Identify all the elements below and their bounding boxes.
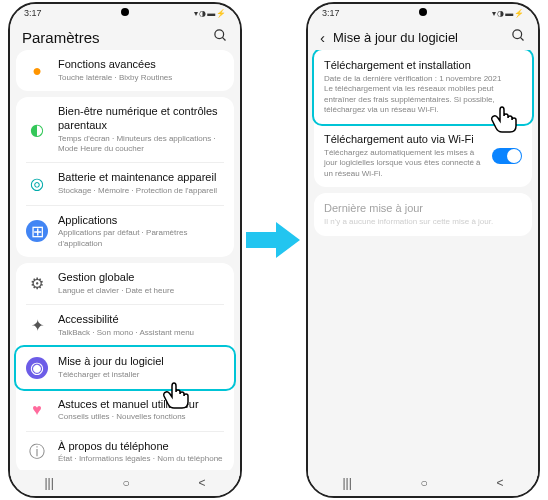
item-batterie[interactable]: ◎ Batterie et maintenance appareilStocka…	[16, 163, 234, 204]
status-time: 3:17	[322, 8, 340, 18]
item-mise-a-jour[interactable]: ◉ Mise à jour du logicielTélécharger et …	[14, 345, 236, 390]
page-title: Mise à jour du logiciel	[333, 30, 511, 45]
update-content: Téléchargement et installation Date de l…	[308, 50, 538, 484]
nav-recent[interactable]: |||	[44, 476, 53, 490]
wifi-toggle[interactable]	[492, 148, 522, 164]
nav-bar: ||| ○ <	[308, 470, 538, 496]
svg-point-2	[513, 30, 522, 39]
nav-bar: ||| ○ <	[10, 470, 240, 496]
camera-hole	[121, 8, 129, 16]
page-title: Paramètres	[22, 29, 213, 46]
status-time: 3:17	[24, 8, 42, 18]
svg-line-1	[222, 37, 225, 40]
nav-home[interactable]: ○	[123, 476, 130, 490]
wellbeing-icon: ◐	[26, 119, 48, 141]
svg-line-3	[520, 37, 523, 40]
nav-back[interactable]: <	[199, 476, 206, 490]
svg-point-0	[215, 30, 224, 39]
apps-icon: ⊞	[26, 220, 48, 242]
item-bien-etre[interactable]: ◐ Bien-être numérique et contrôles paren…	[16, 97, 234, 162]
item-a-propos[interactable]: ⓘ À propos du téléphoneÉtat · Informatio…	[16, 432, 234, 473]
tips-icon: ♥	[26, 399, 48, 421]
accessibility-icon: ✦	[26, 315, 48, 337]
update-header: ‹ Mise à jour du logiciel	[308, 22, 538, 50]
search-icon[interactable]	[511, 28, 526, 46]
item-astuces[interactable]: ♥ Astuces et manuel utilisateurConseils …	[16, 390, 234, 431]
nav-home[interactable]: ○	[421, 476, 428, 490]
advanced-icon: ●	[26, 60, 48, 82]
item-fonctions-avancees[interactable]: ● Fonctions avancéesTouche latérale · Bi…	[16, 50, 234, 91]
back-icon[interactable]: ‹	[320, 29, 325, 46]
settings-header: Paramètres	[10, 22, 240, 50]
camera-hole	[419, 8, 427, 16]
status-icons: ▾ ◑ ▬ ⚡	[492, 9, 524, 18]
item-gestion-globale[interactable]: ⚙ Gestion globaleLangue et clavier · Dat…	[16, 263, 234, 304]
settings-list: ● Fonctions avancéesTouche latérale · Bi…	[10, 50, 240, 484]
search-icon[interactable]	[213, 28, 228, 46]
phone-left: 3:17 ▾ ◑ ▬ ⚡ Paramètres ● Fonctions avan…	[8, 2, 242, 498]
update-icon: ◉	[26, 357, 48, 379]
item-accessibilite[interactable]: ✦ AccessibilitéTalkBack · Son mono · Ass…	[16, 305, 234, 346]
nav-back[interactable]: <	[497, 476, 504, 490]
general-icon: ⚙	[26, 273, 48, 295]
arrow-icon	[246, 220, 300, 260]
item-last-update: Dernière mise à jour Il n'y a aucune inf…	[314, 193, 532, 236]
battery-icon: ◎	[26, 173, 48, 195]
nav-recent[interactable]: |||	[342, 476, 351, 490]
item-auto-wifi[interactable]: Téléchargement auto via Wi-Fi Télécharge…	[314, 125, 532, 187]
about-icon: ⓘ	[26, 441, 48, 463]
status-icons: ▾ ◑ ▬ ⚡	[194, 9, 226, 18]
item-applications[interactable]: ⊞ ApplicationsApplications par défaut · …	[16, 206, 234, 258]
phone-right: 3:17 ▾ ◑ ▬ ⚡ ‹ Mise à jour du logiciel T…	[306, 2, 540, 498]
item-download-install[interactable]: Téléchargement et installation Date de l…	[312, 50, 534, 126]
